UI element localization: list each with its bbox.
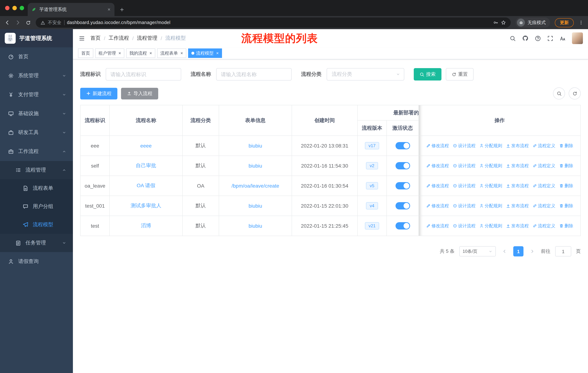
window-minimize-button[interactable]	[12, 6, 17, 10]
window-close-button[interactable]	[5, 6, 10, 10]
address-bar[interactable]: 不安全 dashboard.yudao.iocoder.cn/bpm/manag…	[36, 18, 511, 28]
process-name-input[interactable]	[216, 68, 292, 81]
browser-update-button[interactable]: 更新	[555, 18, 574, 27]
delete-link[interactable]: 删除	[559, 163, 573, 169]
window-zoom-button[interactable]	[20, 6, 24, 10]
previous-page-button[interactable]	[501, 246, 509, 256]
password-key-icon[interactable]	[493, 20, 498, 25]
assign-rules-link[interactable]: 分配规则	[479, 203, 502, 209]
form-info-link[interactable]: /bpm/oa/leave/create	[231, 183, 279, 189]
close-tab-icon[interactable]: ×	[149, 51, 152, 55]
tab-my-process[interactable]: 我的流程×	[126, 49, 155, 58]
modify-process-link[interactable]: 修改流程	[426, 163, 449, 169]
browser-menu-icon[interactable]	[578, 20, 584, 25]
user-avatar[interactable]	[572, 32, 583, 44]
browser-back-button[interactable]	[4, 20, 10, 26]
sidebar-item-process-form[interactable]: 流程表单	[0, 179, 73, 197]
process-definition-link[interactable]: 流程定义	[532, 223, 555, 229]
process-definition-link[interactable]: 流程定义	[532, 183, 555, 189]
sidebar-item-infrastructure[interactable]: 基础设施	[0, 104, 73, 123]
process-name-link[interactable]: OA 请假	[137, 182, 156, 188]
tab-tenant-management[interactable]: 租户管理×	[95, 49, 124, 58]
design-process-link[interactable]: 设计流程	[452, 203, 475, 209]
tab-process-form[interactable]: 流程表单×	[157, 49, 186, 58]
sidebar-item-task-management[interactable]: 任务管理	[0, 234, 73, 252]
design-process-link[interactable]: 设计流程	[452, 183, 475, 189]
reset-button[interactable]: 重置	[446, 68, 473, 81]
close-tab-icon[interactable]: ×	[180, 51, 183, 55]
breadcrumb-item-1[interactable]: 工作流程	[109, 35, 129, 41]
process-category-select[interactable]: 流程分类	[327, 68, 404, 81]
next-page-button[interactable]	[528, 246, 536, 256]
github-icon[interactable]	[522, 35, 529, 41]
form-info-link[interactable]: biubiu	[249, 163, 262, 169]
sidebar-item-system-management[interactable]: 系统管理	[0, 66, 73, 85]
breadcrumb-item-2[interactable]: 流程管理	[137, 35, 158, 41]
process-name-link[interactable]: 滔博	[141, 222, 151, 228]
goto-page-input[interactable]	[555, 246, 571, 256]
sidebar-item-process-model[interactable]: 流程模型	[0, 216, 73, 234]
active-toggle[interactable]	[395, 202, 410, 210]
sidebar-item-process-management[interactable]: 流程管理	[0, 161, 73, 179]
page-size-select[interactable]: 10条/页	[459, 246, 496, 256]
form-info-link[interactable]: biubiu	[249, 143, 262, 149]
modify-process-link[interactable]: 修改流程	[426, 203, 449, 209]
security-warning-icon[interactable]	[41, 20, 45, 25]
process-definition-link[interactable]: 流程定义	[532, 163, 555, 169]
design-process-link[interactable]: 设计流程	[452, 143, 475, 149]
close-tab-icon[interactable]: ×	[118, 51, 121, 55]
sidebar-item-home[interactable]: 首页	[0, 47, 73, 66]
process-key-input[interactable]	[106, 68, 181, 81]
delete-link[interactable]: 删除	[559, 223, 573, 229]
toggle-search-button[interactable]	[553, 87, 565, 100]
form-info-link[interactable]: biubiu	[249, 203, 262, 209]
sidebar-item-workflow[interactable]: 工作流程	[0, 142, 73, 161]
active-toggle[interactable]	[395, 162, 410, 169]
delete-link[interactable]: 删除	[559, 183, 573, 189]
fullscreen-icon[interactable]	[547, 35, 553, 41]
publish-process-link[interactable]: 发布流程	[506, 143, 529, 149]
breadcrumb-item-0[interactable]: 首页	[90, 35, 101, 41]
delete-link[interactable]: 删除	[559, 143, 573, 149]
modify-process-link[interactable]: 修改流程	[426, 183, 449, 189]
bookmark-star-icon[interactable]	[501, 20, 506, 25]
import-process-button[interactable]: 导入流程	[121, 88, 158, 99]
delete-link[interactable]: 删除	[559, 203, 573, 209]
publish-process-link[interactable]: 发布流程	[506, 163, 529, 169]
publish-process-link[interactable]: 发布流程	[506, 183, 529, 189]
publish-process-link[interactable]: 发布流程	[506, 223, 529, 229]
page-number-1[interactable]: 1	[513, 246, 524, 256]
modify-process-link[interactable]: 修改流程	[426, 143, 449, 149]
assign-rules-link[interactable]: 分配规则	[479, 143, 502, 149]
search-button[interactable]: 搜索	[414, 68, 441, 81]
assign-rules-link[interactable]: 分配规则	[479, 183, 502, 189]
process-name-link[interactable]: 自己审批	[136, 162, 156, 168]
sidebar-item-dev-tools[interactable]: 研发工具	[0, 123, 73, 142]
app-logo[interactable]: 芋道管理系统	[0, 29, 73, 47]
tab-home[interactable]: 首页	[78, 49, 93, 58]
help-icon[interactable]	[535, 35, 541, 41]
header-search-icon[interactable]	[510, 35, 516, 41]
tab-process-model[interactable]: 流程模型×	[188, 49, 222, 58]
refresh-table-button[interactable]	[569, 87, 581, 100]
active-toggle[interactable]	[395, 182, 410, 189]
modify-process-link[interactable]: 修改流程	[426, 223, 449, 229]
sidebar-item-user-group[interactable]: 用户分组	[0, 197, 73, 216]
form-info-link[interactable]: biubiu	[249, 223, 262, 229]
process-definition-link[interactable]: 流程定义	[532, 143, 555, 149]
publish-process-link[interactable]: 发布流程	[506, 203, 529, 209]
incognito-badge[interactable]: 无痕模式	[515, 18, 550, 28]
process-definition-link[interactable]: 流程定义	[532, 203, 555, 209]
font-size-icon[interactable]	[560, 35, 566, 41]
design-process-link[interactable]: 设计流程	[452, 223, 475, 229]
sidebar-toggle-button[interactable]	[79, 35, 85, 41]
assign-rules-link[interactable]: 分配规则	[479, 163, 502, 169]
new-tab-button[interactable]	[120, 7, 124, 12]
close-tab-icon[interactable]: ×	[216, 51, 219, 55]
active-toggle[interactable]	[395, 142, 410, 149]
design-process-link[interactable]: 设计流程	[452, 163, 475, 169]
sidebar-item-leave-query[interactable]: 请假查询	[0, 252, 73, 271]
sidebar-item-payment-management[interactable]: 支付管理	[0, 85, 73, 104]
browser-reload-button[interactable]	[26, 20, 31, 25]
process-name-link[interactable]: eeee	[140, 143, 152, 149]
